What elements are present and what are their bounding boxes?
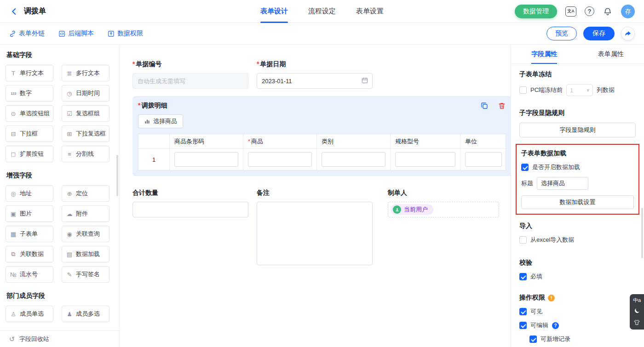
visibility-rules-button[interactable]: 字段显隐规则: [519, 123, 636, 137]
panel-scrollbar[interactable]: [641, 208, 643, 258]
sidebar-section-title: 增强字段: [6, 171, 119, 180]
question-circle-icon[interactable]: ?: [552, 322, 559, 329]
subform-cell-input[interactable]: [322, 152, 385, 167]
column-header: 规格型号: [391, 134, 460, 149]
select-goods-button[interactable]: 选择商品: [138, 114, 183, 128]
field-item-location[interactable]: ⊕定位: [62, 185, 109, 202]
field-item-linked-data[interactable]: ⧉关联数据: [6, 246, 53, 262]
permission-option-row: 可编辑?: [519, 321, 636, 330]
field-item-attachment[interactable]: ☁附件: [62, 205, 109, 222]
subform-cell: [460, 149, 506, 170]
back-button[interactable]: [9, 6, 19, 17]
field-item-image[interactable]: ▣图片: [6, 205, 53, 222]
remark-textarea[interactable]: [257, 202, 373, 265]
backend-script-link[interactable]: 后端脚本: [58, 29, 94, 38]
field-item-multi-select[interactable]: ⊞下拉复选框: [62, 125, 109, 142]
share-button[interactable]: [621, 27, 635, 40]
sidebar-field-grid: ◎地址⊕定位▣图片☁附件▦子表单◉关联查询⧉关联数据▤数据加载№流水号✎手写签名: [0, 185, 119, 283]
field-item-subform[interactable]: ▦子表单: [6, 226, 53, 242]
subform-cell-input[interactable]: [248, 152, 312, 167]
delete-icon[interactable]: [498, 102, 506, 110]
field-item-extend-button[interactable]: ◻扩展按钮: [6, 146, 53, 162]
calendar-icon[interactable]: [361, 77, 368, 85]
field-item-single-line-text[interactable]: T单行文本: [6, 65, 53, 81]
field-item-checkbox-group[interactable]: ☑复选框组: [62, 105, 109, 122]
field-item-multi-line-text[interactable]: ≣多行文本: [62, 65, 109, 81]
data-load-toggle-label: 是否开启数据加载: [532, 163, 580, 171]
data-permission-link[interactable]: 数据权限: [108, 29, 143, 38]
form-external-link[interactable]: 表单外链: [9, 29, 45, 38]
sidebar-scrollbar[interactable]: [116, 155, 118, 196]
field-item-linked-query[interactable]: ◉关联查询: [62, 226, 109, 242]
form-canvas: *单据编号 *单据日期 *调拨明细: [120, 45, 511, 347]
creator-value-box[interactable]: 当前用户: [388, 202, 499, 217]
doc-date-input[interactable]: [257, 73, 373, 89]
subform-widget[interactable]: *调拨明细 选择商品 商品条形码*商品类别规格型号单位: [132, 96, 511, 176]
field-creator[interactable]: 制单人 当前用户: [388, 189, 499, 267]
permission-label: 可见: [530, 307, 542, 316]
field-recycle-bin[interactable]: ↺ 字段回收站: [0, 330, 119, 347]
subform-cell-input[interactable]: [174, 152, 238, 167]
notification-bell-icon[interactable]: [603, 6, 613, 17]
single-line-text-icon: T: [10, 70, 17, 77]
preview-button[interactable]: 预览: [546, 27, 577, 40]
subform-cell-input[interactable]: [465, 152, 502, 167]
user-avatar[interactable]: 存: [621, 5, 635, 18]
field-item-member-single[interactable]: ♙成员单选: [6, 306, 53, 322]
field-item-divider[interactable]: ≡分割线: [62, 146, 109, 162]
translate-toggle-icon[interactable]: 中a: [633, 298, 641, 303]
moon-icon[interactable]: [633, 307, 640, 314]
field-doc-no[interactable]: *单据编号: [132, 60, 248, 89]
column-header-blank: [138, 134, 170, 149]
field-item-radio-group[interactable]: ⊙单选按钮组: [6, 105, 53, 122]
permission-checkbox[interactable]: [519, 308, 527, 315]
help-icon[interactable]: ?: [585, 6, 594, 16]
field-item-address[interactable]: ◎地址: [6, 185, 53, 202]
tab-form-design[interactable]: 表单设计: [260, 0, 288, 23]
link-icon: [9, 30, 16, 37]
permission-checkbox[interactable]: [529, 336, 537, 343]
field-item-serial-number[interactable]: №流水号: [6, 266, 53, 283]
field-item-signature[interactable]: ✎手写签名: [62, 266, 109, 283]
subform-cell-input[interactable]: [395, 152, 455, 167]
save-button[interactable]: 保存: [583, 27, 615, 40]
total-qty-input[interactable]: [132, 202, 248, 217]
field-remark[interactable]: 备注: [257, 189, 373, 267]
column-header: 商品条形码: [170, 134, 243, 149]
bar-chart-icon: [144, 118, 150, 125]
field-item-number[interactable]: 123数字: [6, 85, 53, 102]
datetime-icon: ◷: [66, 90, 73, 97]
field-item-select[interactable]: ⊟下拉框: [6, 125, 53, 142]
radio-group-icon: ⊙: [10, 110, 17, 117]
field-doc-date[interactable]: *单据日期: [257, 60, 373, 89]
data-load-title-input[interactable]: [537, 177, 588, 190]
tab-field-props[interactable]: 字段属性: [511, 45, 578, 63]
tab-form-props[interactable]: 表单属性: [578, 45, 644, 63]
permission-option-row: 可新增记录: [519, 335, 636, 343]
sidebar-section-title: 部门成员字段: [6, 292, 119, 300]
field-item-datetime[interactable]: ◷日期时间: [62, 85, 109, 102]
field-item-data-load[interactable]: ▤数据加载: [62, 246, 109, 262]
shirt-icon[interactable]: [633, 319, 640, 326]
required-checkbox[interactable]: [519, 273, 527, 280]
field-item-label: 单行文本: [20, 69, 44, 77]
freeze-checkbox[interactable]: [519, 86, 527, 94]
freeze-count-select[interactable]: 1 ▾: [566, 84, 593, 96]
tab-flow-setting[interactable]: 流程设定: [308, 0, 336, 23]
permission-checkbox[interactable]: [519, 322, 527, 329]
field-total-qty[interactable]: 合计数量: [132, 189, 248, 267]
sidebar-field-grid: T单行文本≣多行文本123数字◷日期时间⊙单选按钮组☑复选框组⊟下拉框⊞下拉复选…: [0, 65, 119, 162]
freeze-option-row: PC端冻结前 1 ▾ 列数据: [519, 84, 636, 96]
toolbar-links: 表单外链 后端脚本 数据权限: [9, 29, 143, 38]
data-manage-button[interactable]: 数据管理: [515, 5, 557, 18]
doc-no-input[interactable]: [132, 73, 248, 89]
data-load-checkbox[interactable]: [521, 164, 529, 171]
info-icon[interactable]: !: [548, 295, 555, 301]
field-item-member-multi[interactable]: ♟成员多选: [62, 306, 109, 322]
toolbar-right: 预览 保存: [546, 27, 635, 40]
tab-form-setting[interactable]: 表单设置: [356, 0, 384, 23]
data-load-settings-button[interactable]: 数据加载设置: [521, 195, 634, 209]
copy-icon[interactable]: [480, 102, 489, 110]
translate-icon[interactable]: 文A: [565, 6, 576, 17]
import-checkbox[interactable]: [519, 236, 527, 244]
